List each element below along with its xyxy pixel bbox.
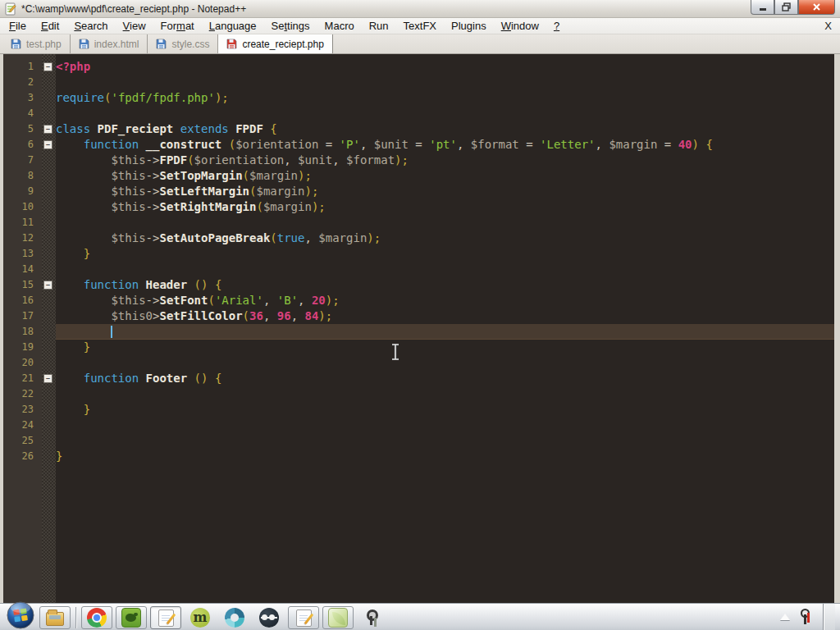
code-line-7[interactable]: 7 $this->FPDF($orientiation, $unit, $for… — [3, 153, 834, 168]
line-number[interactable]: 24 — [3, 418, 42, 433]
menu-textfx[interactable]: TextFX — [396, 18, 444, 34]
tab-style.css[interactable]: style.css — [148, 34, 218, 53]
code-line-21[interactable]: 21− function Footer () { — [3, 371, 834, 386]
code-line-13[interactable]: 13 } — [3, 246, 834, 262]
start-button[interactable] — [0, 602, 39, 630]
code-line-9[interactable]: 9 $this->SetLeftMargin($margin); — [3, 184, 834, 199]
code-line-15[interactable]: 15− function Header () { — [3, 277, 834, 293]
code-text[interactable]: } — [56, 246, 834, 262]
code-line-25[interactable]: 25 — [3, 433, 834, 449]
minimize-button[interactable] — [751, 0, 774, 15]
menu-macro[interactable]: Macro — [317, 18, 362, 34]
code-text[interactable] — [56, 433, 834, 449]
fold-collapse-marker[interactable]: − — [42, 121, 56, 137]
line-number[interactable]: 19 — [3, 340, 42, 355]
menu-file[interactable]: File — [2, 18, 34, 34]
menu-run[interactable]: Run — [362, 18, 396, 34]
taskbar-ring-app-button[interactable] — [219, 606, 250, 629]
code-text[interactable]: $this->SetAutoPageBreak(true, $margin); — [56, 231, 834, 246]
menu-format[interactable]: Format — [153, 18, 202, 34]
code-line-4[interactable]: 4 — [3, 106, 834, 121]
code-text[interactable] — [56, 262, 834, 277]
code-text[interactable] — [56, 324, 834, 340]
line-number[interactable]: 10 — [3, 199, 42, 215]
line-number[interactable]: 11 — [3, 215, 42, 231]
code-line-10[interactable]: 10 $this->SetRightMargin($margin); — [3, 199, 834, 215]
taskbar-evernote-button[interactable] — [116, 606, 147, 629]
code-text[interactable]: $this->FPDF($orientiation, $unit, $forma… — [56, 153, 834, 168]
menu-edit[interactable]: Edit — [34, 18, 66, 34]
line-number[interactable]: 4 — [3, 106, 42, 121]
code-text[interactable] — [56, 418, 834, 433]
restore-button[interactable] — [774, 0, 798, 15]
line-number[interactable]: 7 — [3, 153, 42, 168]
code-line-14[interactable]: 14 — [3, 262, 834, 277]
code-text[interactable]: function Header () { — [56, 277, 834, 293]
line-number[interactable]: 20 — [3, 355, 42, 371]
show-desktop-button[interactable] — [823, 604, 835, 630]
code-line-23[interactable]: 23 } — [3, 402, 834, 418]
menu-close-x[interactable]: X — [816, 20, 840, 32]
code-text[interactable] — [56, 215, 834, 231]
taskbar-leaf-app-button[interactable] — [322, 606, 354, 629]
code-line-19[interactable]: 19 } — [3, 340, 834, 355]
line-number[interactable]: 5 — [3, 121, 42, 137]
code-text[interactable]: } — [56, 340, 834, 355]
key-red-flag-icon[interactable] — [798, 608, 815, 626]
taskbar-goggles-app-button[interactable] — [253, 606, 285, 629]
tab-test.php[interactable]: test.php — [2, 34, 71, 53]
taskbar-key-app-button[interactable] — [357, 606, 388, 629]
code-line-16[interactable]: 16 $this->SetFont('Arial', 'B', 20); — [3, 293, 834, 308]
close-button[interactable] — [798, 0, 835, 15]
menu-view[interactable]: View — [116, 18, 153, 34]
fold-collapse-marker[interactable]: − — [42, 371, 56, 386]
code-line-22[interactable]: 22 — [3, 386, 834, 402]
code-line-17[interactable]: 17 $this0>SetFillColor(36, 96, 84); — [3, 308, 834, 324]
code-line-12[interactable]: 12 $this->SetAutoPageBreak(true, $margin… — [3, 231, 834, 246]
line-number[interactable]: 15 — [3, 277, 42, 293]
code-text[interactable]: function Footer () { — [56, 371, 834, 386]
taskbar-explorer-button[interactable] — [39, 606, 71, 629]
taskbar-m-app-button[interactable] — [185, 606, 216, 629]
code-line-20[interactable]: 20 — [3, 355, 834, 371]
menu-language[interactable]: Language — [202, 18, 264, 34]
code-text[interactable]: $this->SetRightMargin($margin); — [56, 199, 834, 215]
code-text[interactable] — [56, 386, 834, 402]
code-text[interactable]: function __construct ($orientation = 'P'… — [56, 137, 834, 153]
code-text[interactable]: <?php — [56, 59, 834, 75]
code-text[interactable]: } — [56, 449, 834, 464]
code-line-8[interactable]: 8 $this->SetTopMargin($margin); — [3, 168, 834, 184]
taskbar-chrome-button[interactable] — [81, 606, 112, 629]
code-text[interactable]: $this->SetTopMargin($margin); — [56, 168, 834, 184]
code-line-24[interactable]: 24 — [3, 418, 834, 433]
line-number[interactable]: 6 — [3, 137, 42, 153]
code-line-18[interactable]: 18 — [3, 324, 834, 340]
code-text[interactable] — [56, 75, 834, 90]
tray-expand-icon[interactable] — [780, 614, 790, 620]
code-line-1[interactable]: 1−<?php — [3, 59, 834, 75]
editor[interactable]: 1−<?php23require('fpdf/fpdf.php');45−cla… — [0, 54, 840, 603]
menu-help[interactable]: ? — [546, 18, 567, 34]
line-number[interactable]: 26 — [3, 449, 42, 464]
code-line-5[interactable]: 5−class PDF_reciept extends FPDF { — [3, 121, 834, 137]
tab-create_reciept.php[interactable]: create_reciept.php — [218, 34, 332, 53]
fold-collapse-marker[interactable]: − — [42, 277, 56, 293]
menu-search[interactable]: Search — [66, 18, 115, 34]
line-number[interactable]: 8 — [3, 168, 42, 184]
code-text[interactable] — [56, 355, 834, 371]
code-line-2[interactable]: 2 — [3, 75, 834, 90]
taskbar-notepadpp-button[interactable] — [150, 606, 181, 629]
line-number[interactable]: 13 — [3, 246, 42, 262]
line-number[interactable]: 2 — [3, 75, 42, 90]
line-number[interactable]: 16 — [3, 293, 42, 308]
code-text[interactable]: $this0>SetFillColor(36, 96, 84); — [56, 308, 834, 324]
code-line-6[interactable]: 6− function __construct ($orientation = … — [3, 137, 834, 153]
line-number[interactable]: 21 — [3, 371, 42, 386]
code-text[interactable]: class PDF_reciept extends FPDF { — [56, 121, 834, 137]
tab-index.html[interactable]: index.html — [71, 34, 148, 53]
fold-collapse-marker[interactable]: − — [42, 59, 56, 75]
line-number[interactable]: 22 — [3, 386, 42, 402]
line-number[interactable]: 1 — [3, 59, 42, 75]
menu-plugins[interactable]: Plugins — [444, 18, 494, 34]
line-number[interactable]: 14 — [3, 262, 42, 277]
